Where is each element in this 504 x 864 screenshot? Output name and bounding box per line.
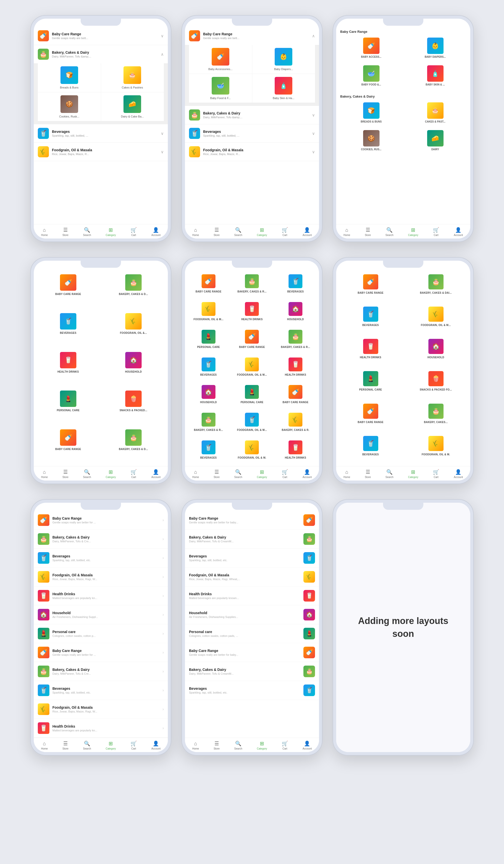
nav-home-3[interactable]: ⌂Home: [343, 227, 350, 237]
scroll-3[interactable]: Baby Care Range 🍼 Baby Access... 👶 Baby …: [336, 27, 470, 224]
l7-baby[interactable]: 🍼 Baby Care Range Gentle soaps really ar…: [34, 511, 168, 530]
g4-health[interactable]: 🥛 Health Drinks: [36, 348, 100, 387]
nav-search-2[interactable]: 🔍Search: [234, 227, 243, 237]
cat-header-bakery-2[interactable]: 🎂 Bakery, Cakes & Dairy Dairy, MilkPanee…: [185, 106, 319, 124]
l8-food[interactable]: Foodgrain, Oil & Masala Rice, Jowar, Baj…: [185, 567, 319, 586]
l8-personal[interactable]: Personal care Colognes, cotton swabs, co…: [185, 624, 319, 643]
l7-bakery[interactable]: 🎂 Bakery, Cakes & Dairy Dairy, MilkPanee…: [34, 530, 168, 549]
nav-search-7[interactable]: 🔍Search: [83, 741, 91, 750]
p3-cakes[interactable]: 🎂 Cakes & Past...: [404, 100, 466, 125]
nav-acc-7[interactable]: 👤Account: [151, 741, 161, 750]
cat-header-baby-2[interactable]: 🍼 Baby Care Range Gentle soaps really ar…: [185, 27, 319, 45]
g5-bev[interactable]: 🥤 Beverages: [274, 271, 317, 298]
p3-baby-skin[interactable]: 🧴 Baby Skin & ...: [404, 63, 466, 88]
sub-cakes[interactable]: 🎂 Cakes & Pastries: [101, 63, 164, 92]
g4-household[interactable]: 🏠 Household: [101, 348, 166, 387]
l8-bev[interactable]: Beverages Sparkling, tap, still, bottled…: [185, 549, 319, 567]
nav-acc-3[interactable]: 👤Account: [454, 227, 463, 237]
sub-baby-food[interactable]: 🥣 Baby Food & F...: [189, 74, 252, 103]
nav-cart-4[interactable]: 🛒Cart: [131, 469, 137, 479]
nav-home-1[interactable]: ⌂Home: [41, 227, 48, 237]
nav-home-5[interactable]: ⌂Home: [192, 469, 199, 479]
l8-health[interactable]: Health Drinks Malted beverages are popul…: [185, 586, 319, 605]
nav-cart-1[interactable]: 🛒Cart: [131, 227, 137, 237]
nav-acc-8[interactable]: 👤Account: [303, 741, 312, 750]
l8-bakery[interactable]: Bakery, Cakes & Dairy Dairy, MilkPaneer,…: [185, 530, 319, 549]
g4-snacks[interactable]: 🍿 Snacks & Packed...: [101, 387, 166, 425]
list-8[interactable]: .list-cat-item-right { display:flex; ali…: [185, 511, 319, 738]
nav-store-7[interactable]: ☰Store: [62, 741, 69, 750]
nav-store-6[interactable]: ☰Store: [365, 469, 371, 479]
p3-breads[interactable]: 🍞 Breads & Buns: [340, 100, 402, 125]
nav-cat-7[interactable]: ⊞Category: [106, 741, 116, 750]
g4-personal[interactable]: 💄 Personal Care: [36, 387, 100, 425]
l8-bev2[interactable]: Beverages Sparkling, tap, still, bottled…: [185, 681, 319, 700]
nav-home-7[interactable]: ⌂Home: [41, 741, 48, 750]
cat-header-baby[interactable]: 🍼 Baby Care Range Gentle soaps really ar…: [34, 27, 168, 45]
p3-dairy[interactable]: 🧀 Dairy: [404, 128, 466, 153]
scroll-2[interactable]: 🍼 Baby Care Range Gentle soaps really ar…: [185, 27, 319, 224]
g4-beverages[interactable]: 🥤 Beverages: [36, 310, 100, 348]
g4-bakery[interactable]: 🎂 Bakery, Cakes & D...: [101, 271, 166, 309]
nav-cat-4[interactable]: ⊞Category: [106, 469, 116, 479]
g5-health[interactable]: 🥛 Health Drinks: [231, 299, 274, 326]
nav-acc-2[interactable]: 👤Account: [303, 227, 312, 237]
g6-snacks[interactable]: 🍿 Snacks & Packed Fo...: [404, 368, 468, 399]
g5-bev3[interactable]: 🥤 Foodgrain, Oil & M...: [231, 409, 274, 436]
nav-acc-5[interactable]: 👤Account: [303, 469, 312, 479]
g6-health[interactable]: 🥛 Health Drinks: [338, 335, 403, 367]
p3-cookies[interactable]: 🍪 Cookies, Rus...: [340, 128, 402, 153]
l8-bakery2[interactable]: Bakery, Cakes & Dairy Dairy, MilkPaneer,…: [185, 662, 319, 681]
g5-bakery3[interactable]: 🎂 Bakery, Cakes & R...: [187, 409, 230, 436]
cat-header-food[interactable]: 🌾 Foodgrain, Oil & Masala Rice, Jowar, B…: [34, 143, 168, 161]
g5-food4[interactable]: 🌾 Foodgrain, Oil & M.: [231, 437, 274, 464]
cat-header-beverages[interactable]: 🥤 Beverages Sparkling, tap, still, bottl…: [34, 124, 168, 142]
l7-house[interactable]: 🏠 Household Air Fresheners, Dishwashing …: [34, 605, 168, 624]
nav-search-3[interactable]: 🔍Search: [385, 227, 394, 237]
sub-cookies[interactable]: 🍪 Cookies, Rusk...: [38, 92, 101, 121]
nav-store-2[interactable]: ☰Store: [214, 227, 220, 237]
g6-bev[interactable]: 🥤 Beverages: [338, 303, 403, 335]
sub-baby-acc[interactable]: 🍼 Baby Accessories...: [189, 45, 252, 74]
nav-acc-6[interactable]: 👤Account: [454, 469, 463, 479]
nav-cat-3[interactable]: ⊞Category: [408, 227, 418, 237]
sub-breads[interactable]: 🍞 Breads & Buns: [38, 63, 101, 92]
nav-search-8[interactable]: 🔍Search: [234, 741, 243, 750]
g6-food[interactable]: 🌾 Foodgrain, Oil & M...: [404, 303, 468, 335]
cat-header-food-2[interactable]: 🌾 Foodgrain, Oil & Masala Rice, Jowar, B…: [185, 143, 319, 161]
g6-bakery[interactable]: 🎂 Bakery, Cakes & Dai...: [404, 271, 468, 302]
nav-search-4[interactable]: 🔍Search: [83, 469, 91, 479]
p3-baby-food[interactable]: 🥣 Baby Food &...: [340, 63, 402, 88]
g5-personal[interactable]: 💄 Personal Care: [187, 326, 230, 353]
l7-baby2[interactable]: 🍼 Baby Care Range Gentle soaps really ar…: [34, 643, 168, 662]
l7-health2[interactable]: 🥛 Health Drinks Malted beverages are pop…: [34, 719, 168, 738]
nav-home-6[interactable]: ⌂Home: [343, 469, 350, 479]
g5-health3[interactable]: 🥛 Health Drinks: [274, 437, 317, 464]
g5-baby[interactable]: 🍼 Baby Care Range: [187, 271, 230, 298]
nav-home-2[interactable]: ⌂Home: [192, 227, 199, 237]
l8-baby[interactable]: Baby Care Range Gentle soaps really are …: [185, 511, 319, 530]
nav-acc-1[interactable]: 👤Account: [151, 227, 161, 237]
sub-dairy[interactable]: 🧀 Dairy & Cake Ba...: [101, 92, 164, 121]
scroll-1[interactable]: 🍼 Baby Care Range Gentle soaps really ar…: [34, 27, 168, 224]
g6-baby[interactable]: 🍼 Baby Care Range: [338, 271, 403, 302]
nav-search-5[interactable]: 🔍Search: [234, 469, 243, 479]
nav-cart-2[interactable]: 🛒Cart: [282, 227, 288, 237]
grid-6[interactable]: 🍼 Baby Care Range 🎂 Bakery, Cakes & Dai.…: [336, 269, 470, 466]
g5-baby3[interactable]: 🍼 Baby Care Range: [274, 382, 317, 409]
nav-store-5[interactable]: ☰Store: [214, 469, 220, 479]
g4-bakery2[interactable]: 🎂 Bakery, Cakes & D...: [101, 426, 166, 464]
nav-store-8[interactable]: ☰Store: [214, 741, 220, 750]
g6-personal[interactable]: 💄 Personal Care: [338, 368, 403, 399]
g4-baby2[interactable]: 🍼 Baby Care Range: [36, 426, 100, 464]
nav-cart-3[interactable]: 🛒Cart: [433, 227, 439, 237]
g5-house2[interactable]: 🏠 Household: [187, 382, 230, 409]
g4-baby[interactable]: 🍼 Baby Care Range: [36, 271, 100, 309]
l7-bev[interactable]: 🥤 Beverages Sparkling, tap, still, bottl…: [34, 549, 168, 567]
nav-home-4[interactable]: ⌂Home: [41, 469, 48, 479]
nav-cart-5[interactable]: 🛒Cart: [282, 469, 288, 479]
g5-bev4[interactable]: 🥤 Beverages: [187, 437, 230, 464]
g5-food2[interactable]: 🌾 Foodgrain, Oil & M...: [231, 354, 274, 381]
p3-baby-acc[interactable]: 🍼 Baby Access...: [340, 35, 402, 61]
nav-cart-6[interactable]: 🛒Cart: [433, 469, 439, 479]
